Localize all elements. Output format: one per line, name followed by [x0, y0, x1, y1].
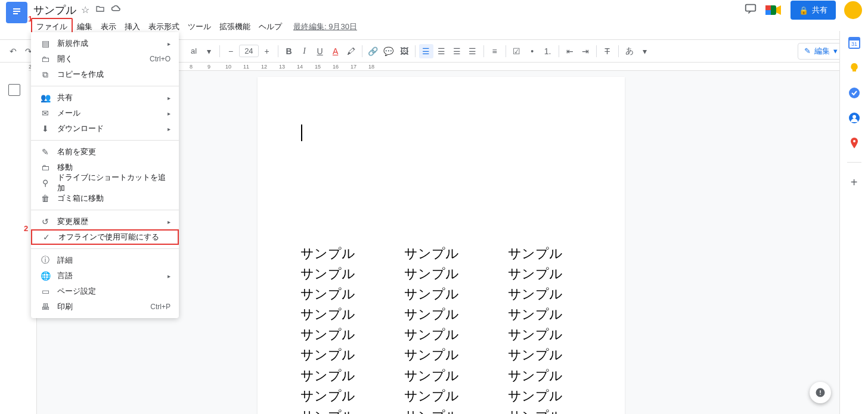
calendar-icon[interactable]: 31: [848, 37, 860, 49]
fontsize-increase-button[interactable]: +: [260, 44, 274, 58]
menu-trash[interactable]: 🗑ゴミ箱に移動: [31, 191, 179, 206]
page-content: サンプルサンプルサンプルサンプルサンプルサンプルサンプルサンプルサンプルサンプル…: [300, 244, 582, 414]
menu-history[interactable]: ↺変更履歴▸: [31, 214, 179, 229]
menu-offline[interactable]: ✓オフラインで使用可能にする: [31, 229, 179, 245]
menu-mail[interactable]: ✉メール▸: [31, 105, 179, 121]
indent-decrease-button[interactable]: ⇤: [563, 44, 577, 58]
italic-button[interactable]: I: [297, 44, 312, 58]
maps-icon[interactable]: [848, 137, 860, 149]
share-label: 共有: [812, 5, 827, 15]
svg-point-14: [853, 140, 855, 142]
text-cell: サンプル: [508, 304, 579, 325]
font-size-input[interactable]: 24: [239, 45, 258, 57]
meet-icon[interactable]: [765, 4, 782, 16]
ruler-mark: 11: [243, 64, 249, 70]
image-button[interactable]: 🖼: [397, 44, 411, 58]
ruler-mark: 13: [279, 64, 285, 70]
menu-tools[interactable]: ツール: [184, 19, 215, 35]
comment-history-icon[interactable]: [744, 2, 757, 18]
document-page[interactable]: サンプルサンプルサンプルサンプルサンプルサンプルサンプルサンプルサンプルサンプル…: [258, 77, 625, 414]
menu-pagesetup[interactable]: ▭ページ設定: [31, 284, 179, 299]
text-cell: サンプル: [404, 264, 476, 284]
lock-icon: 🔒: [799, 6, 808, 15]
text-cell: サンプル: [300, 325, 372, 345]
menu-download[interactable]: ⬇ダウンロード▸: [31, 121, 179, 136]
underline-button[interactable]: U: [313, 44, 327, 58]
menu-detail[interactable]: ⓘ詳細: [31, 253, 179, 268]
menu-rename[interactable]: ✎名前を変更: [31, 144, 179, 160]
menu-open[interactable]: 🗀開くCtrl+O: [31, 51, 179, 67]
ruler-mark: 8: [190, 64, 193, 70]
align-right-button[interactable]: ☰: [450, 44, 464, 58]
cloud-status-icon[interactable]: [111, 4, 122, 16]
bullet-list-button[interactable]: •: [525, 44, 540, 58]
bold-button[interactable]: B: [282, 44, 296, 58]
docs-logo[interactable]: [6, 2, 27, 23]
last-edit-link[interactable]: 最終編集: 9月30日: [293, 21, 357, 32]
font-name-partial[interactable]: al: [187, 46, 200, 55]
ruler-mark: 14: [297, 64, 303, 70]
link-button[interactable]: 🔗: [366, 44, 380, 58]
svg-point-13: [852, 115, 856, 119]
text-color-button[interactable]: A: [328, 44, 343, 58]
checklist-button[interactable]: ☑: [510, 44, 524, 58]
menu-share[interactable]: 👥共有▸: [31, 90, 179, 105]
menu-print[interactable]: 🖶印刷Ctrl+P: [31, 299, 179, 315]
text-cell: サンプル: [404, 244, 476, 264]
ruler-mark: 12: [261, 64, 267, 70]
ruler-mark: 10: [225, 64, 231, 70]
font-dropdown-icon[interactable]: ▾: [202, 44, 216, 58]
ruler-mark: 18: [368, 64, 374, 70]
add-on-button[interactable]: +: [848, 176, 860, 188]
share-button[interactable]: 🔒 共有: [790, 1, 836, 20]
text-cell: サンプル: [508, 406, 579, 414]
contacts-icon[interactable]: [848, 112, 860, 124]
clear-formatting-button[interactable]: T: [600, 44, 615, 58]
move-folder-icon[interactable]: [95, 4, 105, 16]
avatar[interactable]: [844, 1, 862, 19]
ime-button[interactable]: あ: [622, 44, 637, 58]
outline-button[interactable]: [8, 84, 20, 96]
menu-new[interactable]: ▤新規作成▸: [31, 36, 179, 51]
fontsize-decrease-button[interactable]: −: [224, 44, 238, 58]
text-cell: サンプル: [300, 304, 372, 325]
svg-rect-7: [765, 5, 771, 10]
menu-shortcut[interactable]: ⚲ドライブにショートカットを追加: [31, 175, 179, 191]
comment-button[interactable]: 💬: [382, 44, 396, 58]
star-icon[interactable]: ☆: [81, 4, 89, 16]
menu-lang[interactable]: 🌐言語▸: [31, 268, 179, 284]
numbered-list-button[interactable]: 1.: [541, 44, 555, 58]
highlight-button[interactable]: 🖍: [344, 44, 358, 58]
tasks-icon[interactable]: [848, 87, 860, 99]
titlebar: サンプル ☆ 🔒 共有: [0, 0, 868, 17]
svg-rect-1: [13, 8, 20, 10]
annotation-2: 2: [24, 224, 28, 233]
menu-help[interactable]: ヘルプ: [255, 19, 286, 35]
trash-icon: 🗑: [39, 194, 51, 203]
menu-extensions[interactable]: 拡張機能: [215, 19, 255, 35]
text-cell: サンプル: [508, 264, 579, 284]
indent-increase-button[interactable]: ⇥: [578, 44, 593, 58]
document-title[interactable]: サンプル: [33, 3, 76, 17]
ruler-mark: 16: [333, 64, 339, 70]
align-justify-button[interactable]: ☰: [466, 44, 480, 58]
undo-button[interactable]: ↶: [6, 44, 20, 58]
text-cell: サンプル: [508, 244, 579, 264]
text-cell: サンプル: [300, 386, 372, 406]
menu-copy[interactable]: ⧉コピーを作成: [31, 67, 179, 82]
chevron-down-icon: ▾: [833, 46, 838, 55]
text-cell: サンプル: [508, 366, 579, 386]
submenu-arrow-icon: ▸: [168, 110, 170, 117]
line-spacing-button[interactable]: ≡: [488, 44, 502, 58]
align-left-button[interactable]: ☰: [419, 44, 433, 58]
edit-mode-button[interactable]: ✎ 編集 ▾: [798, 43, 844, 60]
text-cell: サンプル: [404, 325, 476, 345]
rename-icon: ✎: [39, 147, 51, 157]
text-cursor: [301, 124, 302, 141]
text-cell: サンプル: [404, 304, 476, 325]
text-row: サンプルサンプルサンプル: [300, 304, 582, 325]
explore-button[interactable]: [810, 382, 831, 403]
align-center-button[interactable]: ☰: [435, 44, 449, 58]
keep-icon[interactable]: [848, 62, 860, 74]
ime-dropdown-icon[interactable]: ▾: [638, 44, 652, 58]
